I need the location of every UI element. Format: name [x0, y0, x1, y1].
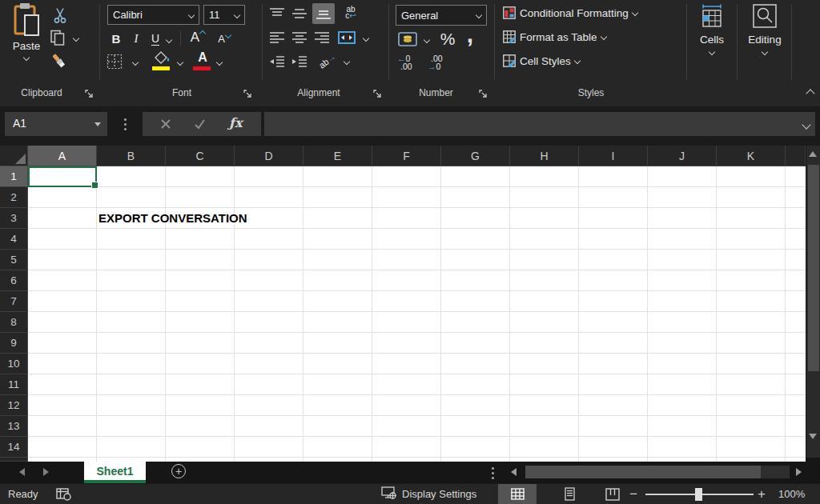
editing-button[interactable]: Editing	[745, 3, 785, 80]
row-header-14[interactable]: 14	[0, 437, 28, 458]
grow-font-button[interactable]: A	[187, 29, 208, 46]
insert-function-icon[interactable]: ƒx	[229, 115, 242, 130]
expand-formula-bar-chevron-icon[interactable]	[802, 120, 810, 129]
clipboard-dialog-launcher-icon[interactable]	[85, 90, 94, 98]
hscroll-right-arrow-icon[interactable]	[796, 468, 802, 476]
align-left-button[interactable]	[267, 29, 287, 46]
column-header-b[interactable]: B	[97, 146, 166, 166]
row-header-12[interactable]: 12	[0, 395, 28, 416]
row-header-9[interactable]: 9	[0, 333, 28, 354]
cell-b3-text[interactable]: EXPORT CONVERSATION	[98, 208, 247, 229]
alignment-dialog-launcher-icon[interactable]	[373, 90, 382, 98]
row-header-8[interactable]: 8	[0, 312, 28, 333]
tab-bar-resize-handle[interactable]	[492, 472, 494, 474]
comma-style-button[interactable]: ,	[463, 22, 477, 46]
column-header-a[interactable]: A	[28, 146, 97, 166]
fill-color-button[interactable]	[152, 50, 171, 65]
zoom-level-label[interactable]: 100%	[778, 488, 805, 500]
collapse-ribbon-chevron-icon[interactable]	[806, 89, 814, 98]
font-size-combo[interactable]: 11	[203, 5, 245, 25]
number-dialog-launcher-icon[interactable]	[479, 90, 488, 98]
format-painter-button[interactable]	[50, 51, 69, 70]
column-header-f[interactable]: F	[372, 146, 441, 166]
next-sheet-arrow-icon[interactable]	[43, 468, 49, 476]
format-as-table-button[interactable]: Format as Table	[503, 30, 606, 43]
column-header-c[interactable]: C	[166, 146, 235, 166]
merge-dropdown-chevron-icon[interactable]	[363, 35, 369, 42]
zoom-in-button[interactable]: +	[758, 486, 766, 502]
orientation-button[interactable]: ab→	[316, 51, 340, 70]
page-break-preview-button[interactable]	[594, 484, 631, 504]
horizontal-scrollbar-thumb[interactable]	[525, 466, 761, 478]
row-header-7[interactable]: 7	[0, 291, 28, 312]
column-header-k[interactable]: K	[717, 146, 786, 166]
wrap-text-button[interactable]: ab c↩	[340, 3, 362, 22]
column-header-e[interactable]: E	[303, 146, 372, 166]
normal-view-button[interactable]	[498, 484, 537, 504]
page-layout-view-button[interactable]	[551, 484, 588, 504]
new-sheet-button[interactable]: +	[171, 464, 186, 478]
previous-sheet-arrow-icon[interactable]	[19, 468, 25, 476]
font-color-button[interactable]: A	[194, 50, 211, 66]
row-header-2[interactable]: 2	[0, 187, 28, 208]
select-all-button[interactable]	[0, 146, 28, 166]
borders-dropdown-chevron-icon[interactable]	[132, 59, 139, 66]
fill-color-dropdown-chevron-icon[interactable]	[177, 59, 183, 66]
column-header-j[interactable]: J	[648, 146, 717, 166]
row-header-6[interactable]: 6	[0, 270, 28, 291]
italic-button[interactable]: I	[130, 30, 143, 46]
accounting-format-button[interactable]	[397, 30, 418, 48]
row-header-3[interactable]: 3	[0, 208, 28, 229]
hscroll-left-arrow-icon[interactable]	[511, 468, 517, 476]
font-dialog-launcher-icon[interactable]	[243, 90, 252, 98]
font-color-dropdown-chevron-icon[interactable]	[216, 59, 223, 66]
row-header-4[interactable]: 4	[0, 229, 28, 250]
sheet-tab-sheet1[interactable]: Sheet1	[84, 462, 146, 480]
merge-center-button[interactable]	[336, 29, 357, 46]
formula-input[interactable]	[264, 112, 815, 136]
bold-button[interactable]: B	[109, 30, 123, 46]
row-header-13[interactable]: 13	[0, 416, 28, 437]
column-header-h[interactable]: H	[510, 146, 579, 166]
underline-dropdown-chevron-icon[interactable]	[166, 37, 172, 43]
shrink-font-button[interactable]: A	[215, 30, 234, 46]
increase-indent-button[interactable]	[290, 53, 309, 70]
scroll-down-arrow-icon[interactable]	[809, 434, 817, 439]
column-header-g[interactable]: G	[441, 146, 510, 166]
orientation-dropdown-chevron-icon[interactable]	[344, 58, 350, 65]
bottom-align-button[interactable]	[312, 3, 335, 24]
row-header-5[interactable]: 5	[0, 250, 28, 270]
copy-dropdown-chevron-icon[interactable]	[73, 35, 79, 42]
zoom-out-button[interactable]: −	[629, 486, 637, 502]
top-align-button[interactable]	[267, 5, 287, 22]
row-header-10[interactable]: 10	[0, 354, 28, 374]
cells-area[interactable]: EXPORT CONVERSATION	[28, 166, 806, 462]
row-header-1[interactable]: 1	[0, 166, 28, 187]
name-box-resize-handle[interactable]	[124, 123, 127, 126]
cut-button[interactable]	[51, 6, 69, 24]
increase-decimal-button[interactable]: ←0 .00	[397, 53, 421, 72]
name-box-dropdown-icon[interactable]	[94, 122, 101, 126]
horizontal-scrollbar[interactable]	[525, 466, 790, 478]
underline-button[interactable]: U	[149, 30, 162, 46]
column-header-i[interactable]: I	[579, 146, 648, 166]
name-box[interactable]: A1	[5, 112, 107, 136]
percent-style-button[interactable]: %	[437, 29, 458, 50]
macro-record-icon[interactable]	[56, 488, 72, 501]
accounting-dropdown-chevron-icon[interactable]	[424, 37, 430, 43]
column-header-partial[interactable]	[786, 146, 806, 166]
paste-button[interactable]: Paste	[6, 2, 46, 69]
enter-icon[interactable]	[194, 118, 206, 130]
zoom-slider-thumb[interactable]	[695, 488, 702, 501]
align-center-button[interactable]	[290, 29, 309, 46]
borders-button[interactable]	[106, 53, 123, 70]
vertical-scrollbar[interactable]	[806, 146, 820, 458]
column-header-d[interactable]: D	[235, 146, 303, 166]
conditional-formatting-button[interactable]: Conditional Formatting	[503, 6, 637, 19]
decrease-indent-button[interactable]	[267, 53, 287, 70]
scroll-up-arrow-icon[interactable]	[809, 151, 817, 157]
display-settings-button[interactable]: Display Settings	[381, 486, 476, 501]
font-family-combo[interactable]: Calibri	[107, 5, 199, 25]
middle-align-button[interactable]	[290, 5, 309, 22]
cell-styles-button[interactable]: Cell Styles	[503, 54, 580, 67]
